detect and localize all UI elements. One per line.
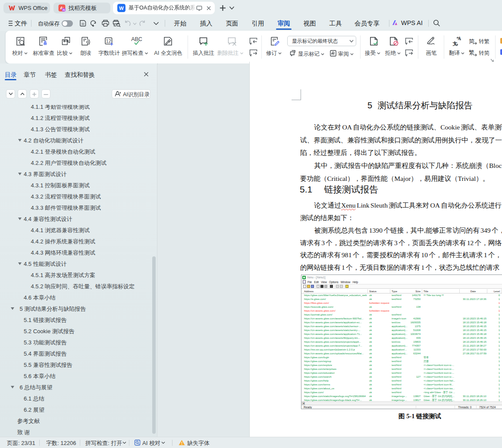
svg-text:12: 12 [106,38,111,44]
svg-text:ABC: ABC [131,36,142,42]
svg-text:W: W [119,6,124,11]
svg-text:AI: AI [63,9,65,11]
